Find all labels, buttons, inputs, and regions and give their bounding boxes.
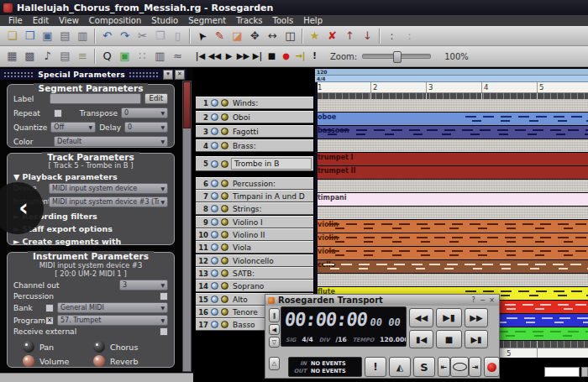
mute-led[interactable] bbox=[211, 296, 218, 303]
track-label[interactable]: Strings: bbox=[231, 205, 262, 213]
record-led[interactable] bbox=[221, 269, 228, 277]
repeat-checkbox[interactable] bbox=[54, 109, 62, 118]
canvas-hscrollbar[interactable] bbox=[544, 367, 580, 377]
copy-button[interactable]: ❐ bbox=[151, 28, 169, 44]
program-select[interactable]: 57. Trumpet▼ bbox=[57, 315, 168, 326]
canvas-hscrollbar-button[interactable] bbox=[581, 367, 588, 377]
transport-scroll-down-button[interactable]: ▽ bbox=[269, 337, 280, 348]
delay-select[interactable]: 0▼ bbox=[124, 122, 168, 133]
playback-parameters-section[interactable]: ▼ Playback parameters bbox=[8, 170, 174, 182]
record-led[interactable] bbox=[221, 205, 228, 212]
track-row-7[interactable]: 7Timpani in A und D bbox=[196, 190, 313, 202]
mute-led[interactable] bbox=[211, 113, 218, 121]
track-row-6[interactable]: 6Percussion: bbox=[196, 177, 313, 190]
segment-trumpet-I[interactable]: trumpet I bbox=[315, 153, 588, 165]
open-event-list-button[interactable]: ▤ bbox=[56, 48, 74, 65]
transport-play-button[interactable]: ▶▮ bbox=[436, 308, 462, 327]
mute-led[interactable] bbox=[211, 231, 218, 238]
mute-led[interactable] bbox=[211, 128, 218, 135]
menu-item-edit[interactable]: Edit bbox=[28, 15, 54, 26]
print-button[interactable]: ▤ bbox=[56, 28, 74, 44]
audio-faders-button[interactable]: ≈ bbox=[169, 48, 186, 65]
transpose-select[interactable]: 0▼ bbox=[121, 107, 168, 118]
record-led[interactable] bbox=[221, 282, 228, 290]
mute-led[interactable] bbox=[211, 218, 218, 226]
undo-button[interactable]: ↶ bbox=[98, 28, 116, 44]
record-led[interactable] bbox=[221, 321, 228, 328]
track-row-2[interactable]: 2Oboi bbox=[196, 111, 313, 123]
bank-checkbox[interactable] bbox=[45, 304, 54, 312]
record-led[interactable] bbox=[221, 192, 228, 200]
timesig-ruler[interactable]: 4/4 bbox=[315, 76, 588, 82]
solo-track-button[interactable]: : bbox=[401, 28, 418, 44]
track-label[interactable]: Tenore bbox=[231, 308, 258, 317]
record-led[interactable] bbox=[221, 257, 228, 264]
new-file-button[interactable]: ❏ bbox=[3, 28, 21, 44]
menu-item-view[interactable]: View bbox=[54, 15, 84, 26]
track-label[interactable]: Viola bbox=[231, 243, 251, 252]
chorus-knob[interactable] bbox=[93, 341, 105, 353]
bank-select[interactable]: General MIDI▼ bbox=[57, 302, 168, 313]
record-led[interactable] bbox=[221, 99, 228, 107]
move-track-down-button[interactable]: ↓ bbox=[359, 28, 376, 44]
track-row-1[interactable]: 1Winds: bbox=[196, 97, 313, 109]
transport-metronome-button[interactable]: ◭ bbox=[389, 357, 411, 377]
mute-led[interactable] bbox=[211, 269, 218, 277]
quantize-button[interactable]: Q bbox=[98, 48, 116, 65]
track-row-9[interactable]: 9Violino I bbox=[196, 216, 313, 228]
segment-bassoon[interactable]: bassoon bbox=[315, 126, 588, 139]
reverb-knob[interactable] bbox=[93, 355, 105, 367]
device-select[interactable]: MIDI input system device▼ bbox=[49, 183, 168, 194]
dock-close-button[interactable]: ✕ bbox=[175, 70, 185, 80]
transport-to-start-button[interactable]: ▮◀ bbox=[409, 330, 433, 348]
segment-violin[interactable]: violin bbox=[315, 220, 588, 233]
menu-item-composition[interactable]: Composition bbox=[84, 15, 146, 26]
track-label[interactable]: Timpani in A und D bbox=[231, 192, 305, 201]
mute-led[interactable] bbox=[211, 192, 218, 200]
track-label[interactable]: Brass: bbox=[231, 142, 256, 150]
midi-mixer-button[interactable]: ▣ bbox=[116, 48, 134, 65]
transport-panel-toggle-button[interactable]: △ bbox=[269, 357, 280, 370]
dock-shade-button[interactable]: ▾ bbox=[163, 70, 173, 80]
receive-external-checkbox[interactable] bbox=[160, 327, 168, 336]
record-led[interactable] bbox=[221, 142, 228, 149]
open-notation-editor-button[interactable]: ♪ bbox=[39, 48, 56, 65]
delete-track-button[interactable]: ✘ bbox=[323, 28, 341, 44]
segment-viola[interactable]: viola bbox=[315, 247, 588, 259]
record-led[interactable] bbox=[221, 128, 228, 135]
save-file-button[interactable]: ▣ bbox=[39, 28, 56, 44]
quantize-select[interactable]: Off▼ bbox=[50, 122, 96, 133]
mute-led[interactable] bbox=[211, 308, 218, 316]
mute-led[interactable] bbox=[211, 205, 218, 212]
track-label[interactable]: Oboi bbox=[231, 113, 250, 122]
transport-loop-button[interactable] bbox=[450, 357, 469, 377]
transport-to-end-button[interactable]: ▶▮ bbox=[465, 330, 488, 348]
track-row-5[interactable]: 5Trombe in B bbox=[196, 156, 313, 171]
track-label[interactable]: Alto bbox=[231, 296, 248, 304]
percussion-checkbox[interactable] bbox=[160, 292, 168, 301]
track-row-14[interactable]: 14Soprano bbox=[196, 280, 313, 292]
record-led[interactable] bbox=[221, 218, 228, 226]
transport-fast-forward-button[interactable]: ▶▶ bbox=[465, 308, 488, 327]
tempo-ruler[interactable]: 120 bbox=[315, 69, 588, 76]
record-led[interactable] bbox=[221, 231, 228, 238]
track-row-8[interactable]: 8Strings: bbox=[196, 202, 313, 215]
mute-track-button[interactable]: : bbox=[383, 28, 401, 44]
pan-knob[interactable] bbox=[23, 341, 34, 353]
track-label[interactable]: SATB: bbox=[231, 269, 255, 278]
audio-mixer-button[interactable]: ∷ bbox=[134, 48, 151, 65]
open-percussion-matrix-button[interactable]: ▩ bbox=[21, 48, 39, 65]
open-file-button[interactable]: ❒ bbox=[21, 28, 39, 44]
dock-scrollbar[interactable] bbox=[182, 81, 192, 372]
record-led[interactable] bbox=[221, 243, 228, 251]
track-label[interactable]: Winds: bbox=[231, 99, 258, 107]
transport-close-button[interactable]: × bbox=[487, 296, 496, 305]
volume-knob[interactable] bbox=[23, 355, 34, 367]
cut-button[interactable]: ✂ bbox=[134, 28, 151, 44]
open-matrix-editor-button[interactable]: ▦ bbox=[3, 48, 21, 65]
manage-segments-button[interactable]: ≡ bbox=[74, 48, 92, 65]
print-preview-button[interactable]: ▥ bbox=[74, 28, 92, 44]
manage-midi-devices-button[interactable]: ▥ bbox=[151, 48, 169, 65]
color-select[interactable]: Default▼ bbox=[54, 136, 168, 147]
dock-grip-right[interactable] bbox=[129, 71, 160, 77]
